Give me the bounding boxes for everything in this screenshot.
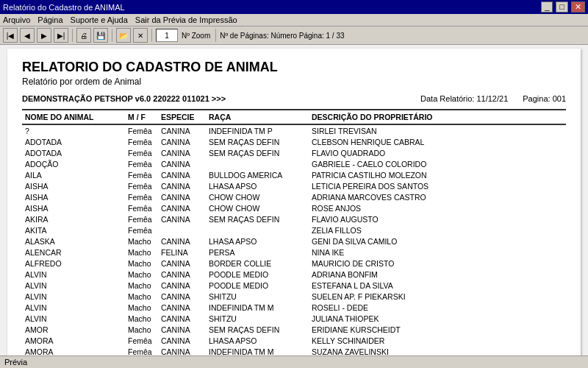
table-cell: ADRIANA BONFIM: [309, 269, 566, 280]
table-cell: CANINA: [158, 169, 206, 180]
title-bar: Relatório do Cadastro de ANIMAL _ □ ✕: [0, 0, 588, 14]
status-bar: Prévia: [0, 355, 588, 368]
table-cell: ROSE ANJOS: [309, 202, 566, 213]
table-cell: BORDER COLLIE: [206, 258, 309, 269]
table-cell: SHITZU: [206, 313, 309, 324]
toolbar-btn-save[interactable]: 💾: [93, 28, 108, 43]
table-cell: SEM RAÇAS DEFIN: [206, 136, 309, 147]
table-cell: FLAVIO QUADRADO: [309, 147, 566, 158]
zoom-label: Nº Zoom: [182, 32, 210, 40]
menu-arquivo[interactable]: Arquivo: [3, 15, 30, 24]
table-cell: CANINA: [158, 147, 206, 158]
table-cell: CANINA: [158, 136, 206, 147]
col-header-raca: RAÇA: [206, 110, 309, 124]
table-cell: Femêa: [125, 158, 158, 169]
table-cell: AKITA: [22, 224, 125, 236]
toolbar-btn-last[interactable]: ▶|: [54, 28, 68, 43]
table-cell: AMOR: [22, 324, 125, 335]
table-row: AMORAFemêaCANINALHASA APSOKELLY SCHINAID…: [22, 335, 566, 346]
table-row: ?FemêaCANINAINDEFINIDA TM PSIRLEI TREVIS…: [22, 124, 566, 136]
table-cell: ADOÇÃO: [22, 158, 125, 169]
table-cell: Macho: [125, 269, 158, 280]
table-cell: [206, 224, 309, 236]
table-cell: Macho: [125, 291, 158, 302]
table-cell: CANINA: [158, 302, 206, 313]
table-cell: LHASA APSO: [206, 236, 309, 247]
table-row: ALENCARMachoFELINAPERSANINA IKE: [22, 247, 566, 258]
col-header-nome: NOME DO ANIMAL: [22, 110, 125, 124]
report-content: RELATORIO DO CADASTRO DE ANIMAL Relatóri…: [7, 49, 581, 365]
table-cell: AKIRA: [22, 213, 125, 224]
table-cell: Macho: [125, 258, 158, 269]
table-row: ALASKAMachoCANINALHASA APSOGENI DA SILVA…: [22, 236, 566, 247]
table-cell: CHOW CHOW: [206, 191, 309, 202]
toolbar-btn-first[interactable]: |◀: [3, 28, 18, 43]
table-row: AISHAFemêaCANINACHOW CHOWROSE ANJOS: [22, 202, 566, 213]
table-cell: BULLDOG AMERICA: [206, 169, 309, 180]
col-header-especie: ESPECIE: [158, 110, 206, 124]
table-cell: Femêa: [125, 180, 158, 191]
table-cell: AILA: [22, 169, 125, 180]
table-cell: AISHA: [22, 202, 125, 213]
table-cell: POODLE MEDIO: [206, 280, 309, 291]
maximize-btn[interactable]: □: [556, 1, 568, 13]
close-btn[interactable]: ✕: [571, 1, 585, 13]
table-cell: AISHA: [22, 180, 125, 191]
table-cell: AMORA: [22, 335, 125, 346]
menu-pagina[interactable]: Página: [37, 15, 62, 24]
table-cell: ALFREDO: [22, 258, 125, 269]
table-cell: CANINA: [158, 213, 206, 224]
table-row: ALFREDOMachoCANINABORDER COLLIEMAURICIO …: [22, 258, 566, 269]
table-cell: SUELEN AP. F PIEKARSKI: [309, 291, 566, 302]
table-cell: Femêa: [125, 224, 158, 236]
report-header-right: Data Relatório: 11/12/21 Pagina: 001: [420, 94, 566, 103]
status-label: Prévia: [4, 358, 27, 367]
table-cell: CANINA: [158, 258, 206, 269]
table-cell: ADOTADA: [22, 136, 125, 147]
col-header-desc: DESCRIÇÃO DO PROPRIETÁRIO: [309, 110, 566, 124]
report-date: Data Relatório: 11/12/21: [420, 94, 508, 103]
col-header-mf: M / F: [125, 110, 158, 124]
table-cell: ALVIN: [22, 269, 125, 280]
table-cell: Macho: [125, 313, 158, 324]
table-header-row: NOME DO ANIMAL M / F ESPECIE RAÇA DESCRI…: [22, 110, 566, 124]
page-number-input[interactable]: [156, 29, 178, 42]
table-cell: Macho: [125, 236, 158, 247]
table-cell: CANINA: [158, 191, 206, 202]
table-cell: Macho: [125, 280, 158, 291]
toolbar-btn-next[interactable]: ▶: [37, 28, 51, 43]
table-row: AKITAFemêaZELIA FILLOS: [22, 224, 566, 236]
toolbar-btn-prev[interactable]: ◀: [20, 28, 35, 43]
table-row: AISHAFemêaCANINALHASA APSOLETICIA PEREIR…: [22, 180, 566, 191]
table-cell: LETICIA PEREIRA DOS SANTOS: [309, 180, 566, 191]
minimize-btn[interactable]: _: [541, 1, 553, 13]
toolbar-btn-print[interactable]: 🖨: [76, 28, 91, 43]
table-cell: [158, 224, 206, 236]
table-cell: ALENCAR: [22, 247, 125, 258]
table-cell: CANINA: [158, 280, 206, 291]
table-row: ALVINMachoCANINASHITZUJULIANA THIOPEK: [22, 313, 566, 324]
toolbar-btn-open[interactable]: 📂: [116, 28, 131, 43]
table-cell: AISHA: [22, 191, 125, 202]
table-cell: Femêa: [125, 202, 158, 213]
menu-suporte[interactable]: Suporte e Ajuda: [71, 15, 128, 24]
table-cell: GABRIELE - CAELO COLORIDO: [309, 158, 566, 169]
table-cell: SEM RAÇAS DEFIN: [206, 213, 309, 224]
table-cell: ALVIN: [22, 302, 125, 313]
table-cell: FLAVIO AUGUSTO: [309, 213, 566, 224]
table-cell: ZELIA FILLOS: [309, 224, 566, 236]
table-cell: ALVIN: [22, 280, 125, 291]
table-cell: Femêa: [125, 169, 158, 180]
toolbar-btn-close[interactable]: ✕: [133, 28, 148, 43]
report-subtitle: Relatório por ordem de Animal: [22, 77, 566, 87]
table-row: ALVINMachoCANINAPOODLE MEDIOADRIANA BONF…: [22, 269, 566, 280]
report-header: DEMONSTRAÇÃO PETSHOP v6.0 220222 011021 …: [22, 94, 566, 103]
animal-table: NOME DO ANIMAL M / F ESPECIE RAÇA DESCRI…: [22, 109, 566, 365]
table-cell: Femêa: [125, 124, 158, 136]
table-cell: ALVIN: [22, 291, 125, 302]
table-cell: MAURICIO DE CRISTO: [309, 258, 566, 269]
table-cell: INDEFINIDA TM M: [206, 302, 309, 313]
menu-sair[interactable]: Sair da Prévia de Impressão: [135, 15, 237, 24]
table-cell: LHASA APSO: [206, 180, 309, 191]
page-label: Nº de Páginas: Número Página: 1 / 33: [220, 32, 344, 40]
